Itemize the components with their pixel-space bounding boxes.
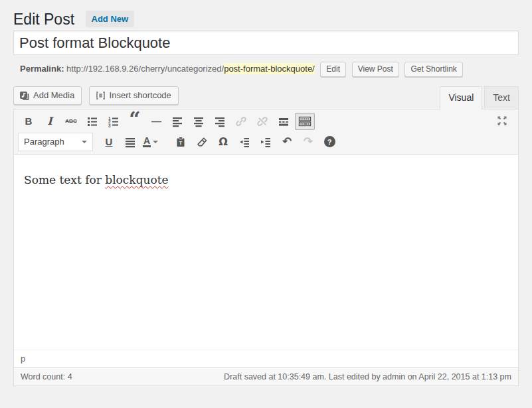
underline-button[interactable]: U bbox=[99, 133, 119, 151]
numbered-list-button[interactable]: 1 2 3 bbox=[104, 113, 124, 130]
link-button[interactable] bbox=[231, 113, 251, 130]
text-color-caret-icon bbox=[153, 141, 158, 143]
get-shortlink-button[interactable]: Get Shortlink bbox=[404, 62, 462, 77]
bullet-list-icon bbox=[86, 115, 98, 127]
media-buttons: Add Media Insert shortcode bbox=[13, 86, 183, 109]
fullscreen-button[interactable] bbox=[492, 112, 512, 129]
editor-path-p[interactable]: p bbox=[21, 354, 25, 364]
align-right-icon bbox=[214, 115, 226, 127]
help-icon: ? bbox=[324, 136, 335, 147]
insert-shortcode-label: Insert shortcode bbox=[110, 90, 171, 102]
editor-top-bar: Add Media Insert shortcode Visual Text bbox=[13, 86, 519, 109]
horizontal-rule-button[interactable]: — bbox=[146, 113, 166, 130]
page-title: Edit Post bbox=[13, 10, 74, 29]
permalink-label: Permalink: bbox=[20, 64, 64, 74]
autosave-message: Draft saved at 10:35:49 am. Last edited … bbox=[224, 372, 511, 381]
shortcode-icon bbox=[95, 90, 106, 101]
redo-button[interactable]: ↷ bbox=[298, 133, 318, 151]
help-button[interactable]: ? bbox=[319, 133, 339, 151]
outdent-icon bbox=[238, 136, 250, 148]
permalink-url: http://192.168.9.26/cherry/uncategorized… bbox=[66, 64, 224, 74]
add-media-label: Add Media bbox=[33, 90, 74, 102]
italic-icon: I bbox=[47, 115, 52, 127]
justify-icon bbox=[124, 136, 136, 148]
underline-icon: U bbox=[106, 136, 113, 147]
italic-button[interactable]: I bbox=[40, 113, 60, 130]
indent-button[interactable] bbox=[256, 133, 276, 151]
blockquote-icon: “ bbox=[129, 117, 140, 126]
edit-post-page: Edit Post Add New Permalink: http://192.… bbox=[0, 0, 532, 386]
toolbar-row-1: B I ABC 1 2 3 bbox=[18, 111, 514, 131]
undo-icon: ↶ bbox=[282, 136, 292, 147]
toolbar-toggle-button[interactable] bbox=[295, 113, 315, 130]
align-left-icon bbox=[171, 115, 183, 127]
strikethrough-button[interactable]: ABC bbox=[61, 113, 81, 130]
fullscreen-icon bbox=[496, 115, 508, 127]
permalink-slug: post-format-blockquote/ bbox=[224, 63, 315, 74]
format-select-value: Paragraph bbox=[24, 137, 64, 147]
justify-button[interactable] bbox=[120, 133, 140, 151]
editor-container: B I ABC 1 2 3 bbox=[13, 109, 519, 386]
read-more-icon bbox=[278, 115, 290, 127]
add-new-button[interactable]: Add New bbox=[86, 11, 135, 27]
word-count: Word count: 4 bbox=[21, 372, 72, 381]
editor-toolbar: B I ABC 1 2 3 bbox=[14, 109, 518, 155]
link-icon bbox=[235, 115, 247, 127]
align-center-button[interactable] bbox=[189, 113, 209, 130]
paste-as-text-button[interactable]: T bbox=[171, 133, 191, 151]
insert-shortcode-button[interactable]: Insert shortcode bbox=[89, 86, 179, 105]
align-left-button[interactable] bbox=[167, 113, 187, 130]
read-more-button[interactable] bbox=[274, 113, 294, 130]
text-color-icon: A bbox=[143, 136, 151, 147]
clear-formatting-button[interactable] bbox=[192, 133, 212, 151]
unlink-button[interactable] bbox=[252, 113, 272, 130]
editor-paragraph: Some text for blockquote bbox=[24, 172, 508, 189]
svg-text:3: 3 bbox=[108, 123, 111, 127]
post-title-input[interactable] bbox=[13, 31, 519, 55]
view-post-button[interactable]: View Post bbox=[352, 62, 399, 77]
bullet-list-button[interactable] bbox=[82, 113, 102, 130]
editor-mode-tabs: Visual Text bbox=[438, 86, 519, 109]
bold-icon: B bbox=[25, 115, 33, 127]
eraser-icon bbox=[196, 136, 208, 148]
permalink-row: Permalink: http://192.168.9.26/cherry/un… bbox=[15, 61, 519, 77]
omega-icon: Ω bbox=[219, 135, 228, 148]
align-center-icon bbox=[193, 115, 205, 127]
chevron-down-icon bbox=[82, 141, 87, 143]
horizontal-rule-icon: — bbox=[151, 115, 161, 127]
special-character-button[interactable]: Ω bbox=[213, 133, 233, 151]
word-count-label: Word count: bbox=[21, 372, 65, 381]
bold-button[interactable]: B bbox=[19, 113, 39, 130]
word-count-value: 4 bbox=[68, 372, 72, 381]
paste-as-text-icon: T bbox=[175, 136, 187, 148]
outdent-button[interactable] bbox=[234, 133, 254, 151]
tab-visual[interactable]: Visual bbox=[440, 86, 482, 109]
undo-button[interactable]: ↶ bbox=[277, 133, 297, 151]
toolbar-toggle-icon bbox=[298, 115, 311, 127]
add-media-button[interactable]: Add Media bbox=[13, 86, 82, 105]
redo-icon: ↷ bbox=[304, 136, 313, 147]
editor-content-area[interactable]: Some text for blockquote bbox=[14, 155, 518, 350]
editor-statusbar: p bbox=[14, 350, 518, 367]
page-header: Edit Post Add New bbox=[13, 0, 519, 29]
paragraph-format-select[interactable]: Paragraph bbox=[18, 133, 93, 151]
permalink-edit-button[interactable]: Edit bbox=[320, 62, 346, 77]
media-icon bbox=[19, 90, 30, 101]
svg-text:T: T bbox=[179, 140, 183, 146]
strikethrough-icon: ABC bbox=[65, 118, 76, 124]
post-status-info: Word count: 4 Draft saved at 10:35:49 am… bbox=[14, 367, 518, 385]
indent-icon bbox=[260, 136, 272, 148]
text-color-button[interactable]: A bbox=[141, 133, 169, 151]
blockquote-button[interactable]: “ bbox=[125, 113, 145, 130]
numbered-list-icon: 1 2 3 bbox=[108, 115, 120, 127]
editor-misspelled-word: blockquote bbox=[105, 173, 168, 186]
tab-text[interactable]: Text bbox=[484, 86, 519, 109]
toolbar-row-2: Paragraph U A bbox=[18, 131, 514, 152]
align-right-button[interactable] bbox=[210, 113, 230, 130]
editor-text: Some text for bbox=[24, 173, 105, 186]
unlink-icon bbox=[256, 115, 268, 127]
